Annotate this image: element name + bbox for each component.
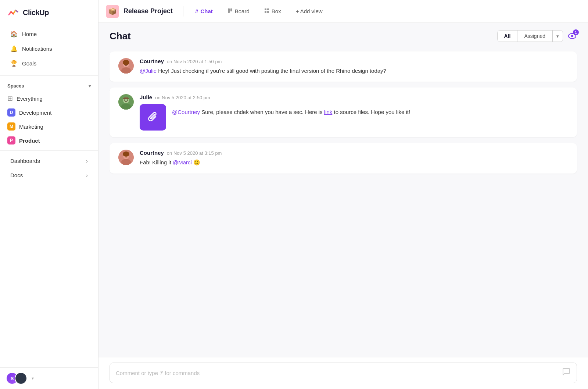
spaces-chevron-icon: ▾ bbox=[89, 83, 91, 89]
space-development-label: Development bbox=[19, 110, 51, 116]
svg-rect-5 bbox=[267, 11, 269, 13]
spaces-section-header[interactable]: Spaces ▾ bbox=[0, 79, 98, 92]
courtney2-avatar-svg bbox=[118, 150, 134, 165]
space-badge-marketing: M bbox=[7, 122, 15, 131]
msg-author-3: Courtney bbox=[140, 150, 164, 156]
avatar-secondary bbox=[15, 372, 27, 385]
topbar-divider bbox=[183, 6, 183, 17]
attachment-thumbnail[interactable] bbox=[140, 104, 166, 131]
mention-marci[interactable]: @Marci bbox=[173, 159, 192, 165]
sidebar-docs-label: Docs bbox=[10, 172, 23, 178]
space-item-marketing[interactable]: M Marketing bbox=[3, 119, 95, 133]
msg-time-2: on Nov 5 2020 at 2:50 pm bbox=[155, 95, 210, 100]
chat-tab-icon: # bbox=[195, 8, 198, 14]
project-title: Release Project bbox=[123, 7, 173, 15]
attachment-text-before: Sure, please chdek when you have a sec. … bbox=[201, 109, 324, 115]
msg-meta-1: Courtney on Nov 5 2020 at 1:50 pm bbox=[140, 58, 568, 64]
space-everything-label: Everything bbox=[17, 96, 43, 102]
svg-point-18 bbox=[127, 100, 128, 101]
watch-badge: 1 bbox=[573, 29, 579, 35]
avatar-chevron-icon[interactable]: ▾ bbox=[32, 376, 34, 381]
message-card-1: Courtney on Nov 5 2020 at 1:50 pm @Julie… bbox=[110, 51, 577, 82]
board-tab-label: Board bbox=[235, 8, 250, 14]
sidebar-item-goals[interactable]: 🏆 Goals bbox=[3, 56, 95, 71]
box-tab-icon bbox=[264, 8, 269, 14]
source-link[interactable]: link bbox=[324, 109, 333, 115]
filter-button-group: All Assigned ▾ bbox=[497, 30, 563, 42]
chat-input[interactable] bbox=[116, 370, 562, 376]
space-product-label: Product bbox=[19, 138, 40, 144]
tab-box[interactable]: Box bbox=[260, 6, 286, 17]
svg-rect-4 bbox=[265, 11, 266, 13]
msg-author-1: Courtney bbox=[140, 58, 164, 64]
messages-container: Courtney on Nov 5 2020 at 1:50 pm @Julie… bbox=[98, 48, 588, 357]
sidebar-divider-2 bbox=[0, 150, 98, 151]
svg-rect-2 bbox=[265, 8, 266, 10]
tab-chat[interactable]: # Chat bbox=[191, 6, 217, 17]
logo-text: ClickUp bbox=[23, 8, 49, 17]
msg-time-1: on Nov 5 2020 at 1:50 pm bbox=[167, 59, 222, 64]
space-badge-product: P bbox=[7, 136, 15, 144]
board-tab-icon bbox=[227, 8, 233, 14]
msg-meta-3: Courtney on Nov 5 2020 at 3:15 pm bbox=[140, 150, 568, 156]
attachment-text: @Courtney Sure, please chdek when you ha… bbox=[172, 104, 410, 117]
filter-dropdown-button[interactable]: ▾ bbox=[552, 31, 563, 42]
msg-emoji-3: 🙂 bbox=[193, 159, 200, 165]
clickup-logo-icon bbox=[7, 7, 19, 18]
sidebar: ClickUp 🏠 Home 🔔 Notifications 🏆 Goals S… bbox=[0, 0, 98, 389]
mention-julie[interactable]: @Julie bbox=[140, 68, 157, 74]
comment-icon[interactable] bbox=[562, 367, 571, 378]
sidebar-nav: 🏠 Home 🔔 Notifications 🏆 Goals bbox=[0, 25, 98, 72]
space-marketing-label: Marketing bbox=[19, 124, 43, 130]
sidebar-item-goals-label: Goals bbox=[22, 60, 36, 67]
space-badge-development: D bbox=[7, 108, 15, 117]
avatar-julie bbox=[118, 94, 134, 110]
topbar-project: 📦 Release Project bbox=[106, 5, 173, 18]
attachment-row: @Courtney Sure, please chdek when you ha… bbox=[140, 104, 568, 131]
svg-rect-0 bbox=[228, 8, 230, 13]
svg-point-7 bbox=[571, 35, 573, 37]
svg-point-13 bbox=[123, 60, 129, 65]
spaces-section-label: Spaces bbox=[7, 83, 24, 89]
filter-all-button[interactable]: All bbox=[498, 31, 518, 42]
space-item-product[interactable]: P Product bbox=[3, 133, 95, 147]
message-card-3: Courtney on Nov 5 2020 at 3:15 pm Fab! K… bbox=[110, 143, 577, 173]
topbar: 📦 Release Project # Chat Board Box + Add… bbox=[98, 0, 588, 23]
sidebar-item-notifications-label: Notifications bbox=[22, 46, 52, 52]
spaces-list: ⊞ Everything D Development M Marketing P… bbox=[0, 92, 98, 147]
chat-title: Chat bbox=[110, 31, 131, 42]
chat-input-area bbox=[98, 357, 588, 389]
logo[interactable]: ClickUp bbox=[0, 0, 98, 25]
avatar-courtney-1 bbox=[118, 58, 134, 74]
chat-tab-label: Chat bbox=[200, 8, 212, 14]
add-view-button[interactable]: + Add view bbox=[291, 6, 327, 17]
msg-content-3: Courtney on Nov 5 2020 at 3:15 pm Fab! K… bbox=[140, 150, 568, 167]
box-tab-label: Box bbox=[272, 8, 281, 14]
sidebar-item-home[interactable]: 🏠 Home bbox=[3, 27, 95, 41]
space-item-development[interactable]: D Development bbox=[3, 106, 95, 119]
tab-board[interactable]: Board bbox=[223, 6, 254, 17]
svg-rect-1 bbox=[230, 8, 232, 11]
user-avatar-stack[interactable]: S bbox=[6, 372, 27, 385]
home-icon: 🏠 bbox=[10, 31, 18, 38]
chat-area: Chat All Assigned ▾ 1 bbox=[98, 23, 588, 389]
add-view-label: + Add view bbox=[296, 8, 323, 14]
sidebar-divider-1 bbox=[0, 75, 98, 76]
msg-time-3: on Nov 5 2020 at 3:15 pm bbox=[167, 150, 222, 156]
mention-courtney[interactable]: @Courtney bbox=[172, 109, 200, 115]
julie-avatar-svg bbox=[118, 94, 134, 110]
space-item-everything[interactable]: ⊞ Everything bbox=[3, 92, 95, 106]
sidebar-item-home-label: Home bbox=[22, 31, 37, 37]
sidebar-footer: S ▾ bbox=[0, 367, 98, 389]
msg-content-1: Courtney on Nov 5 2020 at 1:50 pm @Julie… bbox=[140, 58, 568, 75]
courtney-avatar-svg bbox=[118, 58, 134, 74]
trophy-icon: 🏆 bbox=[10, 60, 18, 67]
sidebar-item-docs[interactable]: Docs › bbox=[3, 168, 95, 182]
watch-button[interactable]: 1 bbox=[567, 31, 577, 41]
everything-icon: ⊞ bbox=[7, 94, 13, 103]
filter-assigned-button[interactable]: Assigned bbox=[517, 31, 552, 42]
sidebar-item-notifications[interactable]: 🔔 Notifications bbox=[3, 42, 95, 56]
avatar-courtney-2 bbox=[118, 150, 134, 165]
sidebar-item-dashboards[interactable]: Dashboards › bbox=[3, 154, 95, 168]
msg-body-1: Hey! Just checking if you're still good … bbox=[158, 68, 386, 74]
